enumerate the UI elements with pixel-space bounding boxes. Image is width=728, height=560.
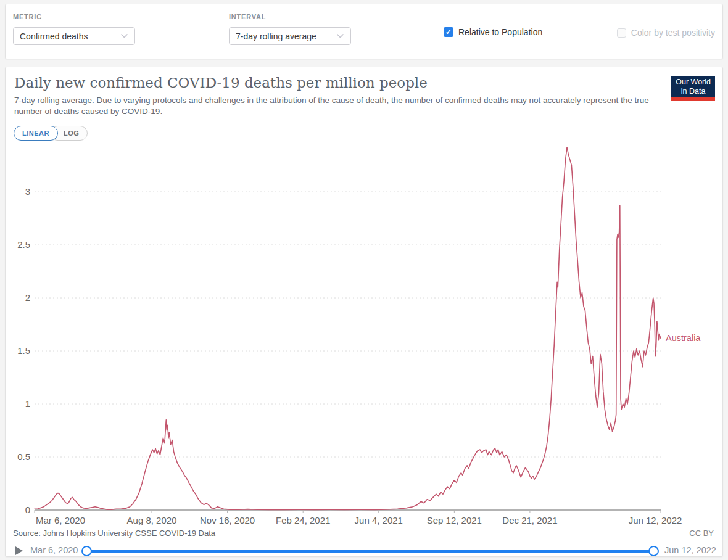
line-chart-plot[interactable]: 00.511.522.53Mar 6, 2020Aug 8, 2020Nov 1… — [6, 67, 724, 529]
x-axis-tick-label: Dec 21, 2021 — [502, 515, 557, 525]
play-icon[interactable] — [15, 546, 23, 555]
timeline-control: Mar 6, 2020 Jun 12, 2022 — [14, 545, 718, 558]
chart-footer: Source: Johns Hopkins University CSSE CO… — [13, 529, 714, 538]
y-axis-tick-label: 1 — [25, 398, 30, 409]
x-axis-tick-label: Feb 24, 2021 — [276, 515, 330, 525]
license-link[interactable]: CC BY — [689, 529, 714, 538]
interval-dropdown[interactable]: 7-day rolling average — [229, 27, 351, 45]
chevron-down-icon — [336, 33, 344, 39]
interval-label: INTERVAL — [229, 13, 266, 20]
x-axis-tick-label: Mar 6, 2020 — [36, 515, 85, 525]
x-axis-tick-label: Nov 16, 2020 — [200, 515, 255, 525]
y-axis-tick-label: 2 — [25, 292, 30, 303]
x-axis-tick-label: Jun 4, 2021 — [355, 515, 403, 525]
y-axis-tick-label: 2.5 — [17, 239, 30, 250]
relative-to-population-checkbox[interactable]: ✓ Relative to Population — [444, 27, 542, 37]
chevron-down-icon — [120, 33, 128, 39]
metric-label: METRIC — [13, 13, 42, 20]
chart-card: Daily new confirmed COVID-19 deaths per … — [5, 67, 723, 557]
x-axis-tick-label: Aug 8, 2020 — [127, 515, 177, 525]
y-axis-tick-label: 0.5 — [17, 451, 30, 462]
x-axis-tick-label: Jun 12, 2022 — [629, 515, 682, 525]
series-line — [35, 147, 661, 510]
timeline-end-date: Jun 12, 2022 — [664, 545, 716, 555]
scale-toggle: LINEAR LOG — [14, 126, 88, 141]
y-axis-tick-label: 0 — [25, 504, 30, 515]
metric-dropdown[interactable]: Confirmed deaths — [13, 27, 135, 45]
timeline-start-handle[interactable] — [81, 546, 92, 556]
color-by-test-positivity-label: Color by test positivity — [631, 28, 715, 38]
series-end-label: Australia — [666, 333, 701, 343]
interval-dropdown-value: 7-day rolling average — [236, 31, 316, 41]
linear-scale-button[interactable]: LINEAR — [14, 126, 58, 141]
timeline-end-handle[interactable] — [648, 546, 659, 556]
control-bar: METRIC Confirmed deaths INTERVAL 7-day r… — [5, 4, 723, 59]
color-by-test-positivity-checkbox: Color by test positivity — [617, 28, 715, 38]
timeline-track[interactable] — [87, 550, 654, 553]
y-axis-tick-label: 3 — [25, 186, 30, 197]
source-text: Source: Johns Hopkins University CSSE CO… — [13, 529, 215, 538]
metric-dropdown-value: Confirmed deaths — [20, 31, 88, 41]
checkbox-checked-icon: ✓ — [444, 27, 453, 37]
checkbox-unchecked-icon — [617, 28, 626, 38]
y-axis-tick-label: 1.5 — [17, 345, 30, 356]
timeline-start-date: Mar 6, 2020 — [30, 545, 78, 555]
relative-to-population-label: Relative to Population — [458, 27, 542, 37]
x-axis-tick-label: Sep 12, 2021 — [427, 515, 482, 525]
